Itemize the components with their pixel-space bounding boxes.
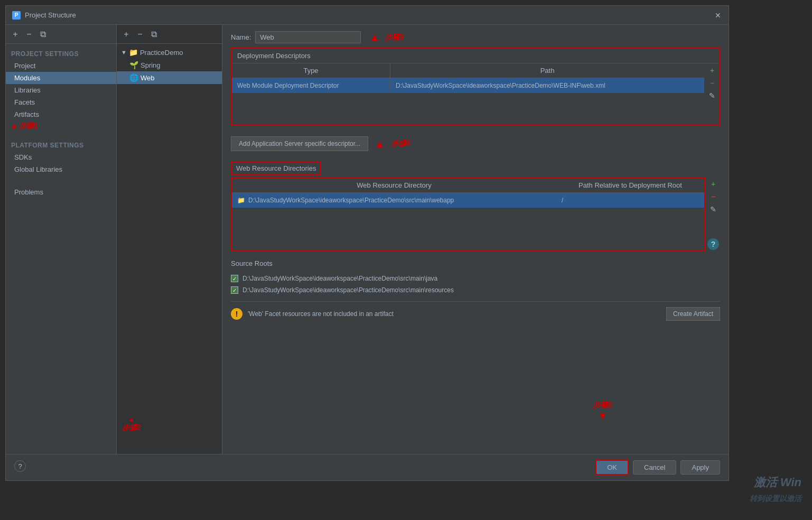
name-row: Name: ▲ 步骤3 bbox=[222, 25, 729, 48]
watermark: 激活 Win 转到设置以激活 bbox=[750, 475, 801, 504]
add-toolbar-button[interactable]: + bbox=[10, 29, 21, 40]
web-res-directory-header: Web Resource Directory bbox=[232, 178, 556, 192]
modules-remove-btn[interactable]: − bbox=[135, 29, 145, 40]
web-resource-title-box: Web Resource Directories bbox=[231, 162, 321, 175]
sidebar-toolbar: + − ⧉ bbox=[6, 25, 116, 44]
artifacts-item-label: Artifacts bbox=[14, 110, 39, 118]
sidebar-tree: Project Settings Project Modules Librari… bbox=[6, 44, 116, 454]
deployment-type-cell: Web Module Deployment Descriptor bbox=[232, 79, 390, 92]
web-res-add-btn[interactable]: + bbox=[707, 178, 719, 190]
web-resource-table-header: Web Resource Directory Path Relative to … bbox=[232, 178, 704, 193]
add-server-row: Add Application Server specific descript… bbox=[231, 130, 720, 157]
web-resource-actions: + − ✎ ? bbox=[705, 177, 720, 251]
deployment-remove-btn[interactable]: − bbox=[706, 77, 718, 89]
close-button[interactable]: ✕ bbox=[714, 11, 722, 20]
deployment-path-cell: D:\JavaStudyWorkSpace\ideaworkspace\Prac… bbox=[390, 79, 704, 92]
sidebar-item-artifacts[interactable]: Artifacts bbox=[6, 108, 116, 120]
modules-tree-content: ▼ 📁 PracticeDemo 🌱 Spring 🌐 Web bbox=[117, 44, 222, 86]
step5-annotation-container: 步骤5 ▼ bbox=[593, 401, 612, 422]
web-resource-table: Web Resource Directory Path Relative to … bbox=[231, 177, 705, 251]
title-bar-left: P Project Structure bbox=[12, 11, 76, 20]
web-res-path-relative-header: Path Relative to Deployment Root bbox=[556, 178, 704, 192]
deployment-actions: + − ✎ bbox=[704, 63, 719, 125]
sidebar-item-project[interactable]: Project bbox=[6, 60, 116, 72]
app-icon: P bbox=[12, 11, 21, 20]
project-settings-label: Project Settings bbox=[6, 46, 116, 60]
deployment-edit-btn[interactable]: ✎ bbox=[706, 90, 718, 101]
add-server-button[interactable]: Add Application Server specific descript… bbox=[231, 136, 368, 151]
practicedemo-label: PracticeDemo bbox=[140, 49, 183, 57]
deployment-descriptors-box: Deployment Descriptors Type Path bbox=[231, 48, 720, 126]
deployment-table-row[interactable]: Web Module Deployment Descriptor D:\Java… bbox=[232, 78, 704, 93]
spring-label: Spring bbox=[141, 61, 161, 69]
remove-toolbar-button[interactable]: − bbox=[24, 29, 34, 40]
main-content-panel: Name: ▲ 步骤3 Deployment Descriptors bbox=[222, 25, 729, 454]
warning-icon: ! bbox=[231, 308, 242, 320]
web-resource-title: Web Resource Directories bbox=[236, 164, 316, 172]
tree-node-web[interactable]: 🌐 Web bbox=[117, 71, 222, 84]
source-root-resources-path: D:\JavaStudyWorkSpace\ideaworkspace\Prac… bbox=[242, 286, 454, 294]
dialog-title: Project Structure bbox=[25, 11, 76, 19]
deployment-table-with-actions: Type Path Web Module Deployment Descript… bbox=[232, 63, 719, 125]
apply-button[interactable]: Apply bbox=[680, 460, 720, 475]
sidebar-item-problems[interactable]: Problems bbox=[6, 186, 116, 198]
source-root-resources-checkbox[interactable]: ✓ bbox=[231, 286, 238, 294]
sidebar-item-global-libraries[interactable]: Global Libraries bbox=[6, 163, 116, 175]
create-artifact-button[interactable]: Create Artifact bbox=[666, 307, 720, 321]
facets-item-label: Facets bbox=[14, 98, 35, 106]
tree-node-spring[interactable]: 🌱 Spring bbox=[117, 59, 222, 71]
sidebar: + − ⧉ Project Settings Project Modules L… bbox=[6, 25, 117, 454]
source-roots-section: Source Roots ✓ D:\JavaStudyWorkSpace\ide… bbox=[231, 259, 720, 296]
dialog-footer: ? OK Cancel Apply bbox=[6, 454, 729, 480]
ok-button[interactable]: OK bbox=[595, 460, 629, 475]
deployment-descriptors-section: Deployment Descriptors Type Path bbox=[231, 48, 720, 126]
deployment-add-btn[interactable]: + bbox=[706, 64, 718, 76]
project-structure-dialog: P Project Structure ✕ + − ⧉ Project Sett… bbox=[5, 5, 729, 481]
path-header: Path bbox=[390, 63, 704, 78]
global-libraries-item-label: Global Libraries bbox=[14, 165, 62, 173]
name-input[interactable] bbox=[255, 31, 361, 43]
libraries-item-label: Libraries bbox=[14, 86, 41, 94]
type-header: Type bbox=[232, 63, 390, 78]
step5-annotation: 步骤5 bbox=[593, 401, 612, 410]
web-res-edit-btn[interactable]: ✎ bbox=[707, 203, 719, 215]
tree-node-practicedemo[interactable]: ▼ 📁 PracticeDemo bbox=[117, 46, 222, 59]
cancel-button[interactable]: Cancel bbox=[633, 460, 676, 475]
sidebar-item-facets[interactable]: Facets bbox=[6, 96, 116, 108]
modules-copy-btn[interactable]: ⧉ bbox=[148, 29, 159, 40]
source-root-java-path: D:\JavaStudyWorkSpace\ideaworkspace\Prac… bbox=[242, 275, 437, 282]
web-res-help-btn[interactable]: ? bbox=[707, 238, 719, 250]
title-bar: P Project Structure ✕ bbox=[6, 6, 729, 25]
source-root-resources: ✓ D:\JavaStudyWorkSpace\ideaworkspace\Pr… bbox=[231, 284, 720, 296]
project-item-label: Project bbox=[14, 62, 35, 70]
web-resource-row[interactable]: 📁 D:\JavaStudyWorkSpace\ideaworkspace\Pr… bbox=[232, 193, 704, 208]
modules-item-label: Modules bbox=[14, 74, 40, 82]
sdks-item-label: SDKs bbox=[14, 153, 32, 161]
content-scroll: Deployment Descriptors Type Path bbox=[222, 48, 729, 454]
modules-add-btn[interactable]: + bbox=[121, 29, 132, 40]
modules-tree-panel: + − ⧉ ▼ 📁 PracticeDemo 🌱 Spring 🌐 bbox=[117, 25, 222, 454]
warning-text: 'Web' Facet resources are not included i… bbox=[248, 310, 394, 318]
folder-icon: 📁 bbox=[237, 197, 245, 204]
step2-annotation-container: ▲ 步骤2 bbox=[122, 415, 141, 433]
dialog-body: + − ⧉ Project Settings Project Modules L… bbox=[6, 25, 729, 454]
sidebar-item-libraries[interactable]: Libraries bbox=[6, 84, 116, 96]
step1-annotation: 步骤1 bbox=[19, 122, 38, 131]
source-root-java: ✓ D:\JavaStudyWorkSpace\ideaworkspace\Pr… bbox=[231, 273, 720, 284]
sidebar-item-sdks[interactable]: SDKs bbox=[6, 151, 116, 163]
deployment-empty-area bbox=[232, 93, 704, 125]
name-label: Name: bbox=[231, 33, 251, 41]
problems-item-label: Problems bbox=[14, 188, 43, 196]
step2-annotation: 步骤2 bbox=[122, 423, 141, 433]
source-root-java-checkbox[interactable]: ✓ bbox=[231, 275, 238, 282]
deployment-table: Type Path Web Module Deployment Descript… bbox=[232, 63, 704, 125]
web-res-directory-cell: 📁 D:\JavaStudyWorkSpace\ideaworkspace\Pr… bbox=[232, 194, 556, 207]
web-res-remove-btn[interactable]: − bbox=[707, 191, 719, 202]
sidebar-item-modules[interactable]: Modules bbox=[6, 72, 116, 84]
deployment-descriptors-title: Deployment Descriptors bbox=[232, 49, 719, 63]
help-footer-btn[interactable]: ? bbox=[14, 460, 26, 472]
source-roots-title: Source Roots bbox=[231, 259, 720, 267]
copy-toolbar-button[interactable]: ⧉ bbox=[38, 29, 48, 40]
web-resource-table-container: Web Resource Directory Path Relative to … bbox=[231, 177, 720, 251]
warning-row: ! 'Web' Facet resources are not included… bbox=[231, 301, 720, 326]
